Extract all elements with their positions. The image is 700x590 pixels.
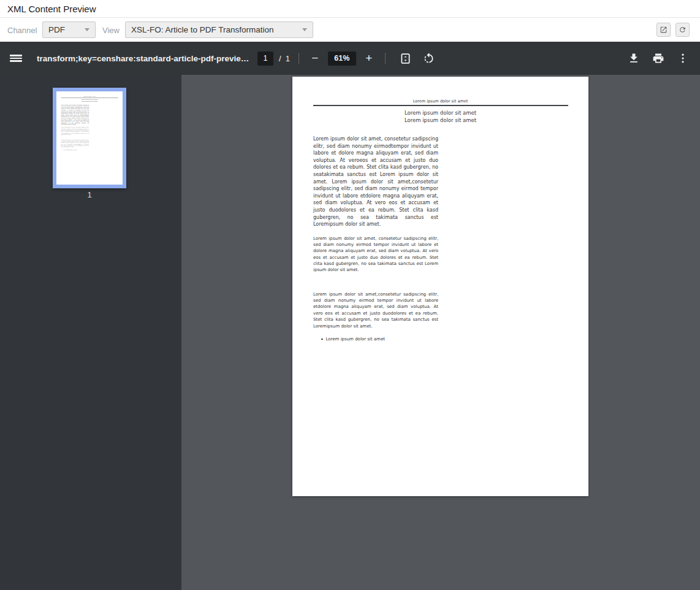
channel-select[interactable]: PDF bbox=[42, 21, 96, 38]
doc-paragraph: Lorem ipsum dolor sit amet,consetetur sa… bbox=[313, 291, 438, 329]
chevron-down-icon bbox=[302, 28, 307, 31]
doc-bullet-item: Lorem ipsum dolor sit amet bbox=[313, 336, 438, 342]
open-external-button[interactable] bbox=[656, 23, 671, 37]
open-external-icon bbox=[660, 26, 668, 34]
page-count: / 1 bbox=[279, 54, 290, 63]
more-options-button[interactable] bbox=[671, 42, 695, 75]
toolbar-separator bbox=[299, 53, 299, 64]
doc-title-line: Lorem ipsum dolor sit amet bbox=[292, 117, 588, 125]
zoom-out-button[interactable]: − bbox=[308, 46, 322, 71]
rotate-ccw-icon bbox=[422, 52, 435, 65]
channel-select-value: PDF bbox=[48, 25, 65, 34]
refresh-icon bbox=[679, 26, 687, 34]
channel-bar-actions bbox=[656, 23, 690, 37]
download-button[interactable] bbox=[622, 42, 646, 75]
download-icon bbox=[628, 52, 640, 64]
view-label: View bbox=[102, 26, 120, 35]
thumbnail-sidebar: Lorem ipsum dolor sit amet Lorem ipsum d… bbox=[0, 75, 181, 590]
doc-paragraph: Lorem ipsum dolor sit amet, consetetur s… bbox=[313, 136, 438, 228]
channel-bar: Channel PDF View XSL-FO: Article to PDF … bbox=[0, 18, 700, 42]
page-number-input[interactable] bbox=[257, 52, 273, 66]
more-vert-icon bbox=[677, 52, 689, 64]
thumbnail-page-preview: Lorem ipsum dolor sit amet Lorem ipsum d… bbox=[56, 91, 123, 185]
refresh-button[interactable] bbox=[675, 23, 690, 37]
zoom-in-icon: + bbox=[365, 52, 372, 65]
fit-page-icon bbox=[399, 52, 412, 65]
doc-title-line: Lorem ipsum dolor sit amet bbox=[292, 110, 588, 117]
page-thumbnail[interactable]: Lorem ipsum dolor sit amet Lorem ipsum d… bbox=[53, 88, 126, 188]
bullet-dot-icon bbox=[321, 339, 323, 340]
rotate-button[interactable] bbox=[417, 42, 441, 75]
doc-header-rule bbox=[313, 105, 568, 106]
view-select-value: XSL-FO: Article to PDF Transformation bbox=[131, 25, 274, 34]
print-button[interactable] bbox=[646, 42, 671, 75]
doc-bullet-text: Lorem ipsum dolor sit amet bbox=[326, 336, 385, 342]
doc-paragraph: Lorem ipsum dolor sit amet, consetetur s… bbox=[313, 236, 438, 274]
channel-label: Channel bbox=[7, 26, 37, 35]
toolbar-separator bbox=[385, 53, 386, 64]
pdf-page: Lorem ipsum dolor sit amet Lorem ipsum d… bbox=[292, 77, 588, 496]
page-title: XML Content Preview bbox=[7, 4, 96, 14]
xml-content-preview-window: XML Content Preview Channel PDF View XSL… bbox=[0, 0, 700, 590]
menu-button[interactable] bbox=[0, 42, 32, 75]
total-pages: 1 bbox=[286, 54, 290, 63]
doc-body: Lorem ipsum dolor sit amet, consetetur s… bbox=[313, 136, 438, 342]
chevron-down-icon bbox=[85, 28, 89, 31]
print-icon bbox=[652, 52, 664, 64]
pdf-toolbar: transform;key=censhare:standard-article-… bbox=[0, 42, 700, 75]
doc-header-text: Lorem ipsum dolor sit amet bbox=[292, 99, 588, 104]
pdf-viewer-area[interactable]: Lorem ipsum dolor sit amet Lorem ipsum d… bbox=[181, 75, 700, 590]
viewer-content: Lorem ipsum dolor sit amet Lorem ipsum d… bbox=[0, 75, 700, 590]
thumbnail-page-number: 1 bbox=[53, 190, 126, 199]
zoom-out-icon: − bbox=[311, 52, 318, 65]
fit-page-button[interactable] bbox=[394, 42, 417, 75]
page-divider: / bbox=[279, 54, 281, 63]
document-filename: transform;key=censhare:standard-article-… bbox=[37, 54, 249, 63]
zoom-level[interactable]: 61% bbox=[328, 52, 356, 66]
doc-title-block: Lorem ipsum dolor sit amet Lorem ipsum d… bbox=[292, 110, 588, 124]
title-bar: XML Content Preview bbox=[0, 0, 700, 18]
hamburger-icon bbox=[10, 53, 22, 63]
zoom-in-button[interactable]: + bbox=[362, 46, 376, 71]
view-select[interactable]: XSL-FO: Article to PDF Transformation bbox=[125, 21, 313, 38]
